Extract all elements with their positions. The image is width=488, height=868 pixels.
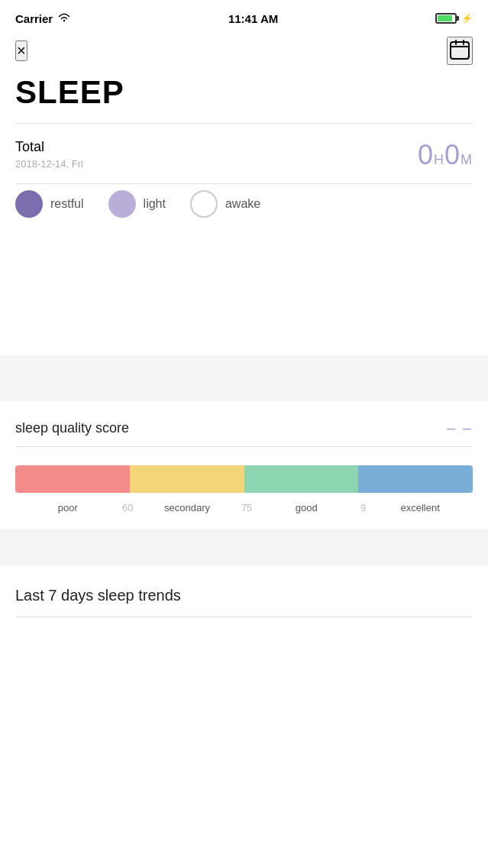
carrier-label: Carrier: [15, 12, 53, 25]
score-bar: [15, 465, 473, 493]
bottom-area: [0, 633, 488, 770]
total-date: 2018-12-14, Fri: [15, 158, 83, 170]
gray-separator-1: [0, 355, 488, 401]
legend-item-light: light: [108, 190, 166, 218]
awake-dot: [190, 190, 218, 218]
bolt-icon: ⚡: [461, 13, 473, 24]
total-time-display: 0H0M: [418, 139, 473, 171]
restful-dot: [15, 190, 43, 218]
page-title: SLEEP: [0, 71, 488, 123]
carrier-wifi: Carrier: [15, 12, 71, 25]
score-segment-secondary: [130, 465, 244, 493]
score-segment-good: [244, 465, 359, 493]
score-label-poor: poor: [15, 502, 121, 513]
score-label-good: good: [254, 502, 359, 513]
chart-area: [0, 233, 488, 355]
quality-divider: [15, 446, 473, 447]
legend-section: restful light awake: [0, 184, 488, 233]
hours-unit: H: [434, 152, 444, 167]
score-segment-poor: [15, 465, 130, 493]
calendar-button[interactable]: [447, 37, 473, 65]
legend-item-awake: awake: [190, 190, 260, 218]
quality-title: sleep quality score: [15, 420, 129, 436]
gray-separator-2: [0, 529, 488, 565]
score-label-secondary: secondary: [134, 502, 240, 513]
total-section: Total 2018-12-14, Fri 0H0M: [0, 124, 488, 183]
score-number-9: 9: [359, 502, 367, 513]
total-label: Total: [15, 139, 83, 155]
score-labels: poor 60 secondary 75 good 9 excellent: [15, 502, 473, 513]
hours-value: 0: [418, 139, 434, 170]
minutes-value: 0: [444, 139, 461, 170]
light-label: light: [144, 197, 166, 211]
quality-header: sleep quality score – –: [15, 419, 473, 437]
close-button[interactable]: ×: [15, 40, 27, 61]
trends-section: Last 7 days sleep trends: [0, 565, 488, 633]
awake-label: awake: [225, 197, 260, 211]
calendar-icon: [448, 38, 471, 61]
status-bar: Carrier 11:41 AM ⚡: [0, 0, 488, 34]
quality-section: sleep quality score – – poor 60 secondar…: [0, 401, 488, 529]
nav-bar: ×: [0, 34, 488, 71]
total-labels: Total 2018-12-14, Fri: [15, 139, 83, 170]
battery-area: ⚡: [435, 13, 473, 24]
score-segment-excellent: [358, 465, 473, 493]
svg-rect-0: [451, 42, 469, 59]
legend-item-restful: restful: [15, 190, 84, 218]
trends-divider: [15, 617, 473, 617]
wifi-icon: [57, 12, 71, 25]
quality-score-dash: – –: [447, 419, 473, 437]
battery-icon: [435, 13, 457, 24]
score-label-excellent: excellent: [367, 502, 473, 513]
score-number-75: 75: [240, 502, 254, 513]
score-number-60: 60: [121, 502, 134, 513]
minutes-unit: M: [461, 152, 473, 167]
trends-title: Last 7 days sleep trends: [15, 587, 473, 604]
light-dot: [108, 190, 136, 218]
time-display: 11:41 AM: [228, 12, 278, 25]
restful-label: restful: [50, 197, 84, 211]
